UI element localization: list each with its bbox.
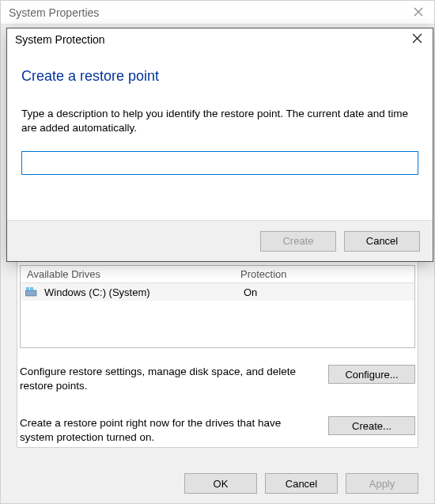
table-row[interactable]: Windows (C:) (System) On — [21, 283, 414, 301]
configure-button[interactable]: Configure... — [328, 365, 415, 384]
cancel-button[interactable]: Cancel — [265, 473, 338, 494]
close-icon[interactable] — [410, 6, 426, 20]
configure-section: Configure restore settings, manage disk … — [20, 365, 415, 393]
drive-name: Windows (C:) (System) — [41, 286, 237, 298]
column-header-drives[interactable]: Available Drives — [21, 266, 234, 282]
dialog-cancel-button[interactable]: Cancel — [344, 231, 420, 252]
create-button[interactable]: Create... — [328, 416, 415, 435]
create-section: Create a restore point right now for the… — [20, 416, 415, 445]
ok-button[interactable]: OK — [184, 473, 257, 494]
bg-titlebar: System Properties — [1, 1, 434, 25]
dialog-content: Create a restore point Type a descriptio… — [7, 51, 433, 220]
system-protection-dialog: System Protection Create a restore point… — [6, 28, 433, 262]
drive-icon — [25, 287, 38, 297]
bg-window-title: System Properties — [9, 6, 99, 19]
svg-rect-0 — [25, 290, 36, 296]
dialog-footer: Create Cancel — [7, 220, 433, 261]
apply-button[interactable]: Apply — [346, 473, 418, 494]
dialog-title: System Protection — [15, 33, 105, 46]
svg-rect-1 — [26, 287, 29, 290]
drives-table: Available Drives Protection Windows (C:)… — [20, 265, 415, 348]
svg-rect-2 — [30, 287, 33, 290]
dialog-heading: Create a restore point — [21, 68, 418, 85]
dialog-description: Type a description to help you identify … — [21, 107, 418, 135]
bottom-button-bar: OK Cancel Apply — [184, 473, 418, 494]
dialog-titlebar: System Protection — [7, 28, 433, 51]
configure-text: Configure restore settings, manage disk … — [20, 365, 312, 393]
drives-header: Available Drives Protection — [21, 266, 414, 283]
restore-point-description-input[interactable] — [21, 151, 418, 175]
close-icon[interactable] — [409, 32, 425, 47]
column-header-protection[interactable]: Protection — [234, 266, 414, 282]
create-text: Create a restore point right now for the… — [20, 416, 312, 445]
drive-protection: On — [237, 286, 414, 298]
dialog-create-button[interactable]: Create — [260, 231, 336, 252]
